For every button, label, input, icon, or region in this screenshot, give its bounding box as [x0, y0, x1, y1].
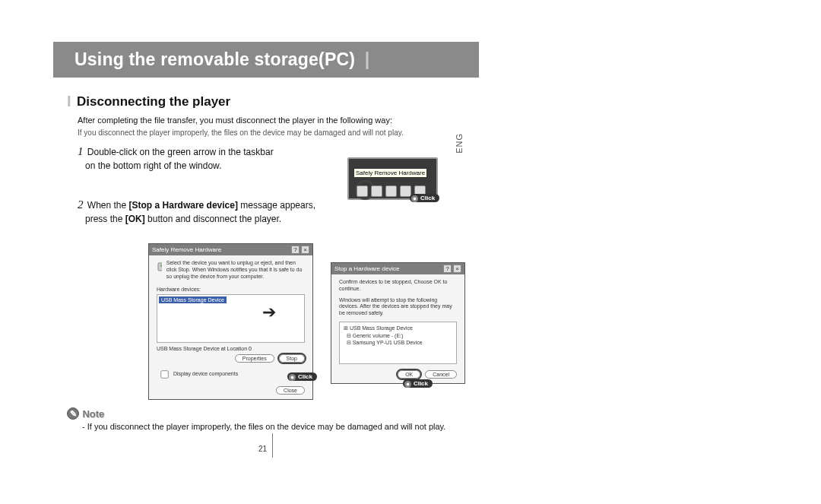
- dialog2-cancel-button: Cancel: [425, 370, 457, 379]
- system-tray-figure: Safely Remove Hardware Click: [347, 157, 438, 200]
- step-1: 1 Double-click on the green arrow in the…: [78, 144, 336, 173]
- step-2-text-d: button and disconnect the player.: [145, 214, 281, 224]
- dialog2-titlebar: Stop a Hardware device ? ×: [331, 263, 464, 274]
- intro-line: After completing the file transfer, you …: [78, 116, 392, 125]
- hardware-icon: [157, 260, 162, 274]
- step-2-text-a: When the: [87, 200, 129, 211]
- dialog2-item3: Samsung YP-U1 USB Device: [353, 340, 423, 345]
- dialog2-item2: Generic volume - (E:): [353, 333, 404, 338]
- dialog2-device-tree: ⊞ USB Mass Storage Device ⊟ Generic volu…: [339, 322, 457, 364]
- step-2: 2 When the [Stop a Hardware device] mess…: [78, 197, 359, 226]
- section-heading: I Disconnecting the player: [67, 93, 479, 110]
- chapter-title-bar: Using the removable storage(PC) |: [53, 42, 479, 78]
- step-2-text-c: press the: [85, 214, 125, 224]
- dialog2-title-text: Stop a Hardware device: [334, 265, 399, 272]
- click-callout: Click: [410, 194, 439, 202]
- dialog1-device-list: USB Mass Storage Device: [157, 294, 305, 343]
- dialog1-stop-button: Stop: [279, 354, 305, 363]
- dialog1-title-text: Safely Remove Hardware: [152, 246, 221, 253]
- dialog1-checkbox-row: Display device components: [157, 367, 305, 382]
- chapter-title: Using the removable storage(PC): [74, 49, 355, 69]
- dialog1-message: Select the device you want to unplug or …: [166, 260, 305, 280]
- step-2-bold-a: [Stop a Hardware device]: [129, 200, 238, 211]
- page-number: 21: [258, 445, 267, 453]
- tray-icon-generic: [385, 185, 397, 197]
- page-number-rule: [272, 433, 273, 458]
- svg-rect-3: [160, 265, 162, 267]
- dialog1-checkbox-label: Display device components: [173, 372, 238, 377]
- vertical-bar-icon: I: [67, 93, 71, 110]
- intro-warning: If you disconnect the player improperly,…: [78, 128, 479, 138]
- help-icon: ?: [291, 246, 300, 254]
- dialog2-body: Confirm devices to be stopped, Choose OK…: [331, 274, 464, 383]
- tray-icon-safely-remove: [357, 185, 368, 197]
- dialog1-devices-label: Hardware devices:: [157, 287, 305, 292]
- dialog1-close-button: Close: [276, 386, 305, 395]
- display-components-checkbox: [160, 371, 168, 379]
- arrow-right-icon: ➔: [262, 303, 276, 322]
- intro-text: After completing the file transfer, you …: [78, 115, 479, 138]
- step-1-text-b: on the bottom right of the window.: [85, 160, 221, 171]
- dialog1-titlebar: Safely Remove Hardware ? ×: [149, 244, 312, 255]
- step-2-text-b: message appears,: [238, 200, 315, 211]
- step-1-number: 1: [78, 145, 84, 157]
- stop-hardware-dialog-figure: Stop a Hardware device ? × Confirm devic…: [331, 262, 465, 384]
- step-1-text-a: Double-click on the green arrow in the t…: [87, 147, 274, 157]
- help-icon: ?: [443, 265, 452, 273]
- safely-remove-dialog-figure: Safely Remove Hardware ? × Select the de…: [148, 243, 313, 400]
- dialog1-selected-item: USB Mass Storage Device: [159, 296, 227, 303]
- dialog2-message2: Windows will attempt to stop the followi…: [339, 297, 457, 317]
- dialog2-ok-button: OK: [398, 370, 420, 379]
- dialog2-item1: USB Mass Storage Device: [350, 325, 413, 331]
- section-title-text: Disconnecting the player: [77, 94, 230, 109]
- language-tab: ENG: [455, 133, 464, 154]
- close-icon: ×: [453, 265, 461, 273]
- svg-text:✎: ✎: [70, 409, 77, 418]
- dialog1-status-text: USB Mass Storage Device at Location 0: [157, 346, 305, 351]
- click-callout: Click: [287, 372, 317, 381]
- tray-tooltip: Safely Remove Hardware: [353, 168, 427, 178]
- click-callout: Click: [403, 379, 433, 388]
- dialog1-properties-button: Properties: [235, 354, 274, 363]
- dialog2-message1: Confirm devices to be stopped, Choose OK…: [339, 279, 457, 293]
- divider-pipe: |: [360, 49, 370, 69]
- note-heading: Note: [82, 408, 104, 420]
- tray-icon-generic: [371, 185, 382, 197]
- note-block: ✎ Note - If you disconnect the player im…: [67, 407, 479, 431]
- step-2-bold-b: [OK]: [125, 214, 145, 224]
- note-icon: ✎: [67, 407, 82, 420]
- close-icon: ×: [301, 246, 309, 254]
- note-body: - If you disconnect the player improperl…: [82, 422, 479, 431]
- step-2-number: 2: [78, 198, 84, 211]
